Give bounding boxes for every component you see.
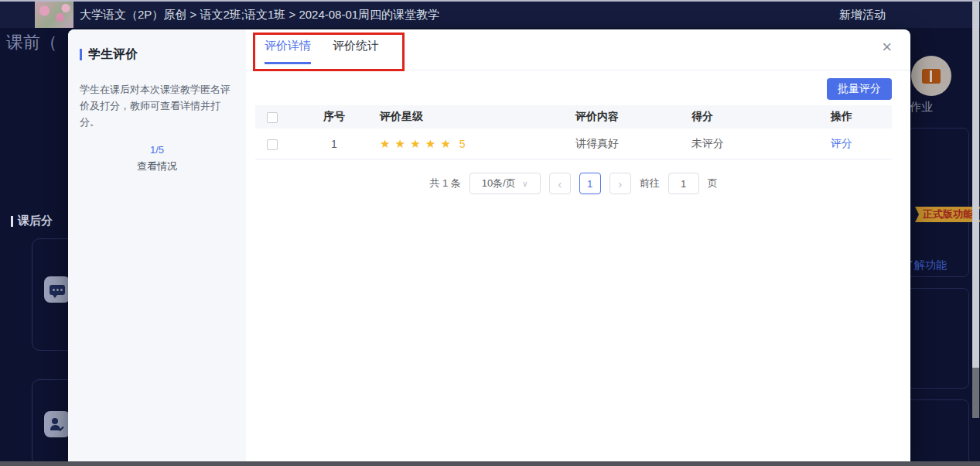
select-all-checkbox[interactable] (267, 112, 278, 123)
modal-description: 学生在课后对本次课堂教学匿名评价及打分，教师可查看详情并打分。 (80, 81, 234, 130)
page-scrollbar-thumb[interactable] (972, 368, 979, 418)
page-size-select[interactable]: 10条/页 ∨ (470, 173, 541, 194)
pre-class-label: 课前（ (6, 31, 57, 54)
tab-evaluation-detail[interactable]: 评价详情 (265, 39, 311, 64)
header-score: 得分 (685, 110, 809, 124)
tabs-divider (246, 70, 910, 70)
background-card-right-3 (902, 399, 969, 466)
goto-label: 前往 (640, 176, 660, 190)
table-header-row: 序号 评价星级 评价内容 得分 操作 (255, 105, 892, 128)
window-bottom-edge (0, 461, 980, 466)
row-content: 讲得真好 (562, 137, 685, 151)
modal-main: 评价详情 评价统计 × 批量评分 序号 评价星级 评价内容 得分 操作 1 (246, 29, 910, 461)
new-activity-button[interactable]: 新增活动 (839, 2, 886, 28)
student-evaluation-modal: 学生评价 学生在课后对本次课堂教学匿名评价及打分，教师可查看详情并打分。 1/5… (68, 29, 910, 461)
book-icon (922, 69, 941, 84)
batch-score-button[interactable]: 批量评分 (827, 78, 892, 100)
current-page-button[interactable]: 1 (579, 173, 601, 194)
score-action-link[interactable]: 评分 (831, 137, 852, 149)
official-version-badge: 正式版功能 (915, 207, 980, 222)
close-icon[interactable]: × (882, 39, 892, 56)
title-accent-bar (80, 49, 82, 60)
header-action: 操作 (809, 110, 892, 124)
page-scrollbar-track[interactable] (972, 2, 979, 368)
chat-bubble-icon (44, 276, 70, 303)
evaluation-table: 序号 评价星级 评价内容 得分 操作 1 ★ ★ ★ ★ ★ 5 讲得真好 未评… (255, 105, 892, 159)
next-page-button[interactable]: › (610, 173, 631, 194)
chevron-right-icon: › (618, 177, 622, 190)
background-card-right-1 (902, 128, 969, 277)
row-index: 1 (292, 138, 376, 150)
header-stars: 评价星级 (376, 110, 562, 124)
prev-page-button[interactable]: ‹ (549, 173, 571, 194)
post-class-section-title: 课后分 (11, 214, 53, 228)
window-edge (0, 0, 980, 2)
tab-bar: 评价详情 评价统计 (265, 39, 379, 64)
page-unit-label: 页 (708, 176, 718, 190)
homework-circle (911, 56, 951, 96)
modal-title: 学生评价 (88, 46, 138, 63)
evaluation-progress: 1/5 (80, 144, 234, 156)
modal-sidebar: 学生评价 学生在课后对本次课堂教学匿名评价及打分，教师可查看详情并打分。 1/5… (68, 29, 246, 461)
person-icon (44, 411, 70, 437)
row-score: 未评分 (685, 137, 809, 151)
breadcrumb: 大学语文（2P）原创 > 语文2班;语文1班 > 2024-08-01周四的课堂… (80, 2, 439, 28)
row-star-rating: ★ ★ ★ ★ ★ 5 (376, 137, 562, 151)
page-size-value: 10条/页 (482, 176, 516, 190)
chevron-left-icon: ‹ (558, 177, 562, 190)
course-thumbnail-image (35, 2, 73, 28)
star-icons: ★ ★ ★ ★ ★ (380, 137, 452, 150)
caret-down-icon: ∨ (522, 179, 528, 189)
row-checkbox[interactable] (267, 139, 278, 150)
homework-label: 作业 (910, 100, 933, 115)
table-row: 1 ★ ★ ★ ★ ★ 5 讲得真好 未评分 评分 (255, 128, 892, 159)
goto-page-input[interactable] (668, 173, 699, 194)
background-card-right-2 (902, 288, 969, 389)
header-index: 序号 (292, 110, 376, 124)
screen: 大学语文（2P）原创 > 语文2班;语文1班 > 2024-08-01周四的课堂… (0, 0, 980, 466)
pagination-total: 共 1 条 (429, 176, 460, 190)
star-value: 5 (459, 138, 466, 150)
tab-evaluation-stats[interactable]: 评价统计 (333, 39, 379, 64)
header-content: 评价内容 (562, 110, 685, 124)
topbar: 大学语文（2P）原创 > 语文2班;语文1班 > 2024-08-01周四的课堂… (0, 2, 980, 28)
pagination: 共 1 条 10条/页 ∨ ‹ 1 › 前往 页 (255, 173, 892, 194)
modal-title-row: 学生评价 (80, 46, 234, 63)
view-status-link[interactable]: 查看情况 (80, 159, 234, 173)
section-title-bar (11, 216, 13, 227)
